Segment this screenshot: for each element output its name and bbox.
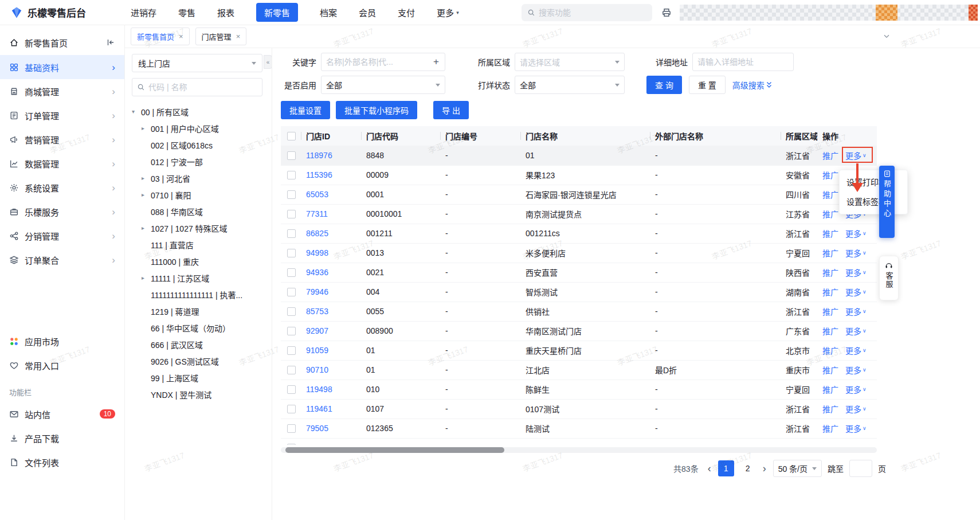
sidebar-item-product-download[interactable]: 产品下载 [0, 426, 124, 450]
sidebar-item-data[interactable]: 数据管理 › [0, 151, 124, 175]
more-link[interactable]: 更多∨ [845, 306, 867, 317]
nav-item[interactable]: 零售 ▾ [178, 6, 195, 18]
sidebar-item-home[interactable]: 新零售首页 [0, 30, 124, 55]
customer-service-button[interactable]: 客服 [879, 256, 899, 300]
tree-node[interactable]: 66 | 华中区域（勿动） [132, 319, 262, 336]
function-search-input[interactable] [539, 8, 646, 17]
sidebar-item-favorites[interactable]: 常用入口 [0, 353, 124, 377]
close-icon[interactable]: × [236, 33, 241, 40]
sidebar-item-orders[interactable]: 订单管理 › [0, 103, 124, 127]
more-link[interactable]: 更多∨ [845, 325, 867, 337]
select-all-checkbox[interactable] [287, 132, 296, 140]
batch-set-button[interactable]: 批量设置 [281, 101, 330, 119]
tree-node[interactable]: YNDX | 翌牛测试 [132, 386, 262, 402]
sidebar-item-basic-data[interactable]: 基础资料 › [0, 55, 124, 79]
nav-item[interactable]: 档案 ▾ [320, 6, 337, 18]
store-id-link[interactable]: 118976 [306, 151, 332, 160]
sidebar-item-file-list[interactable]: 文件列表 [0, 450, 124, 474]
store-id-link[interactable]: 119461 [306, 404, 332, 413]
collapse-sidebar-icon[interactable] [106, 38, 115, 47]
row-checkbox[interactable] [287, 190, 296, 199]
page-size-select[interactable]: 50 条/页 [773, 460, 822, 477]
tree-node[interactable]: 1219 | 蒋道理 [132, 303, 262, 319]
tree-node[interactable]: 99 | 上海区域 [132, 369, 262, 386]
horizontal-scrollbar[interactable] [281, 447, 877, 453]
more-link[interactable]: 更多∨ [845, 267, 867, 278]
nav-item[interactable]: 会员 ▾ [359, 6, 376, 18]
sidebar-item-mall[interactable]: 商城管理 › [0, 79, 124, 103]
row-checkbox[interactable] [287, 346, 296, 355]
row-checkbox[interactable] [287, 288, 296, 296]
store-id-link[interactable]: 94936 [306, 268, 328, 277]
store-id-link[interactable]: 119414 [306, 443, 332, 445]
more-link[interactable]: 更多∨ [845, 228, 867, 239]
search-button[interactable]: 查 询 [646, 76, 682, 94]
tree-node[interactable]: 9026 | GS测试区域 [132, 353, 262, 369]
tree-node[interactable]: ▸ 1027 | 1027 特殊区域 [132, 220, 262, 236]
tab-store-management[interactable]: 门店管理 × [195, 28, 247, 45]
tree-node[interactable]: 111000 | 重庆 [132, 253, 262, 269]
more-link[interactable]: 更多∨ [845, 384, 867, 395]
row-checkbox[interactable] [287, 307, 296, 316]
nav-item[interactable]: 进销存 ▾ [131, 6, 156, 18]
store-id-link[interactable]: 77311 [306, 209, 328, 218]
closed-status-select[interactable]: 全部 [515, 76, 625, 94]
tree-node[interactable]: 111 | 直营店 [132, 236, 262, 253]
tree-node[interactable]: 088 | 华南区域 [132, 203, 262, 220]
row-checkbox[interactable] [287, 268, 296, 277]
row-checkbox[interactable] [287, 229, 296, 238]
store-id-link[interactable]: 86825 [306, 229, 328, 238]
promote-link[interactable]: 推广 [822, 423, 838, 434]
tree-node[interactable]: ▸ 001 | 用户中心区域 [132, 120, 262, 136]
row-checkbox[interactable] [287, 327, 296, 335]
row-checkbox[interactable] [287, 385, 296, 394]
more-link[interactable]: 更多∨ [845, 345, 867, 356]
add-keyword-button[interactable]: + [432, 56, 440, 68]
more-link[interactable]: 更多∨ [845, 423, 867, 434]
printer-button[interactable] [661, 7, 672, 18]
close-icon[interactable]: × [179, 33, 183, 40]
promote-link[interactable]: 推广 [822, 150, 838, 161]
store-id-link[interactable]: 65053 [306, 190, 328, 199]
nav-item[interactable]: 更多 ▾ [437, 6, 459, 18]
next-page-button[interactable]: › [762, 463, 767, 474]
row-checkbox[interactable] [287, 366, 296, 374]
tree-node[interactable]: 002 | 区域0618cs [132, 136, 262, 153]
collapse-panel-button[interactable]: « [264, 55, 272, 69]
tree-node[interactable]: ▾ 00 | 所有区域 [132, 103, 262, 120]
store-type-select[interactable]: 线上门店 [132, 54, 262, 72]
nav-item[interactable]: 新零售 ▾ [256, 3, 298, 22]
scrollbar-thumb[interactable] [285, 447, 504, 453]
promote-link[interactable]: 推广 [822, 364, 838, 376]
function-search[interactable] [522, 4, 652, 21]
store-id-link[interactable]: 119498 [306, 385, 332, 394]
region-select[interactable]: 请选择区域 [515, 53, 625, 71]
store-id-link[interactable]: 85753 [306, 307, 328, 316]
address-input[interactable] [697, 57, 789, 67]
help-center-button[interactable]: 帮助中心 [879, 166, 895, 238]
store-id-link[interactable]: 79505 [306, 424, 328, 433]
promote-link[interactable]: 推广 [822, 286, 838, 298]
promote-link[interactable]: 推广 [822, 228, 838, 239]
tree-node[interactable]: ▸ 11111 | 江苏区域 [132, 269, 262, 286]
row-checkbox[interactable] [287, 405, 296, 413]
row-checkbox[interactable] [287, 210, 296, 218]
sidebar-item-lemon-services[interactable]: 乐檬服务 › [0, 200, 124, 224]
row-checkbox[interactable] [287, 424, 296, 433]
menu-item-set-label-printer[interactable]: 设置标签机 [840, 192, 907, 212]
advanced-search-link[interactable]: 高级搜索 [732, 79, 772, 91]
promote-link[interactable]: 推广 [822, 306, 838, 317]
store-id-link[interactable]: 91059 [306, 346, 328, 355]
promote-link[interactable]: 推广 [822, 345, 838, 356]
tree-node[interactable]: ▸ 0710 | 襄阳 [132, 186, 262, 203]
row-checkbox[interactable] [287, 151, 296, 160]
jump-page-input[interactable] [849, 460, 872, 477]
more-link[interactable]: 更多∨ [845, 364, 867, 376]
sidebar-item-marketing[interactable]: 营销管理 › [0, 127, 124, 151]
prev-page-button[interactable]: ‹ [707, 463, 712, 474]
store-id-link[interactable]: 115396 [306, 170, 332, 179]
store-id-link[interactable]: 94998 [306, 248, 328, 257]
page-button-1[interactable]: 1 [718, 460, 734, 476]
row-checkbox[interactable] [287, 444, 296, 445]
promote-link[interactable]: 推广 [822, 267, 838, 278]
